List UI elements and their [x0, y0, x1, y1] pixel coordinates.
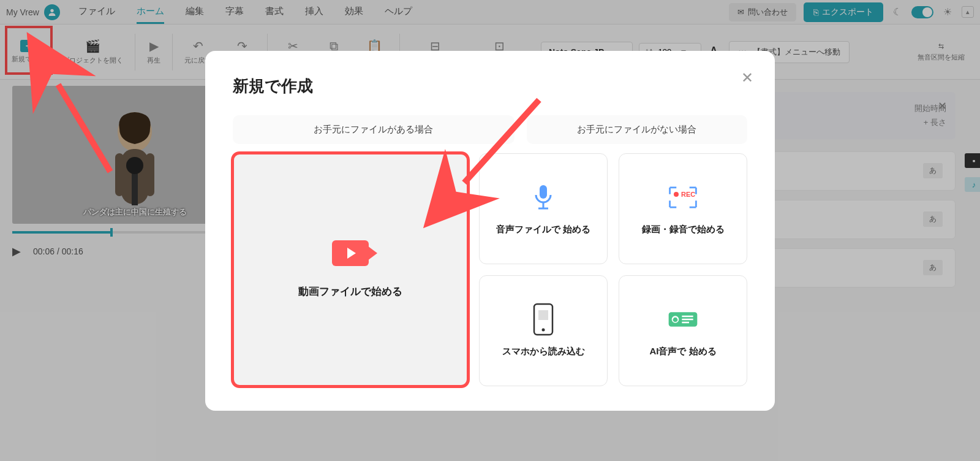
rec-label: REC	[681, 191, 695, 198]
card-title: 動画ファイルで始める	[298, 284, 402, 299]
modal-tabs: お手元にファイルがある場合 お手元にファイルがない場合	[233, 115, 747, 144]
svg-rect-12	[538, 310, 548, 320]
audio-file-card[interactable]: 音声ファイルで 始める	[479, 153, 608, 264]
card-title: スマホから読み込む	[502, 346, 585, 357]
microphone-icon	[528, 182, 559, 213]
phone-import-card[interactable]: スマホから読み込む	[479, 275, 608, 386]
new-project-modal: 新規で作成 ✕ お手元にファイルがある場合 お手元にファイルがない場合 動画ファ…	[205, 51, 775, 411]
svg-rect-8	[540, 185, 547, 199]
video-camera-icon	[332, 240, 369, 266]
modal-overlay: 新規で作成 ✕ お手元にファイルがある場合 お手元にファイルがない場合 動画ファ…	[0, 0, 980, 461]
close-icon[interactable]: ✕	[741, 69, 753, 86]
right-cards: 音声ファイルで 始める REC 録画・録音で始める	[479, 153, 747, 386]
record-card[interactable]: REC 録画・録音で始める	[619, 153, 747, 264]
highlight-border	[231, 151, 470, 388]
tab-has-file: お手元にファイルがある場合	[233, 115, 514, 144]
video-file-card[interactable]: 動画ファイルで始める	[233, 153, 468, 386]
card-title: 録画・録音で始める	[642, 224, 725, 235]
card-title: 音声ファイルで 始める	[496, 224, 590, 235]
ai-voice-icon	[668, 304, 698, 335]
cards-grid: 動画ファイルで始める 音声ファイルで 始める REC	[233, 153, 747, 386]
phone-icon	[528, 304, 559, 335]
modal-title: 新規で作成	[233, 75, 747, 97]
record-icon: REC	[668, 182, 698, 213]
tab-no-file: お手元にファイルがない場合	[527, 115, 747, 144]
svg-point-13	[542, 328, 545, 331]
ai-voice-card[interactable]: AI音声で 始める	[619, 275, 747, 386]
card-title: AI音声で 始める	[649, 346, 716, 357]
